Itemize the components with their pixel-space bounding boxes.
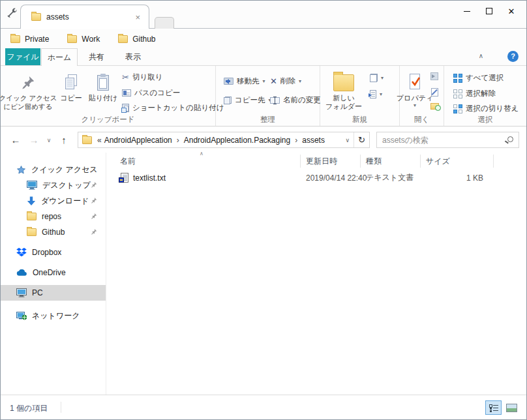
ribbon-tab-view[interactable]: 表示 [115,48,151,65]
history-dropdown-icon[interactable]: ∨ [44,127,54,153]
select-none-label: 選択解除 [466,89,496,98]
tab-label: assets [46,12,133,22]
sidebar-item-onedrive[interactable]: OneDrive [1,265,106,280]
paste-button[interactable]: 貼り付け [87,69,119,102]
sidebar-item-downloads[interactable]: ダウンロード [1,193,106,209]
sidebar-item-desktop[interactable]: デスクトップ [1,177,106,193]
invert-selection-button[interactable]: 選択の切り替え [453,104,519,113]
sidebar-item-network[interactable]: ネットワーク [1,308,106,323]
properties-label: プロパティ [397,94,433,102]
breadcrumb-separator-icon[interactable]: › [173,136,183,145]
folder-icon [118,35,128,43]
up-button[interactable]: ↑ [57,127,71,153]
sidebar-item-label: Dropbox [32,248,61,257]
column-header-size[interactable]: サイズ [421,155,494,168]
move-to-icon [224,78,233,85]
close-button[interactable]: ✕ [500,4,522,18]
column-header-name[interactable]: 名前 ∧ [107,155,301,168]
sidebar-item-label: デスクトップ [42,180,91,191]
details-view-button[interactable] [485,400,502,415]
ribbon-tab-share[interactable]: 共有 [79,48,114,65]
dropdown-icon: ▾ [381,75,384,81]
new-folder-button[interactable]: 新しい フォルダー [324,69,363,111]
ribbon-group-open: プロパティ ▾ 開く [400,66,444,126]
maximize-button[interactable] [478,4,500,18]
select-all-label: すべて選択 [466,73,504,83]
history-button[interactable] [430,103,439,110]
edit-button[interactable] [431,88,438,97]
search-box [376,132,519,148]
ribbon-tab-home[interactable]: ホーム [41,48,78,66]
breadcrumb-segment[interactable]: assets [301,136,326,145]
sidebar-item-quick-access[interactable]: クイック アクセス [1,162,106,177]
breadcrumb-segment[interactable]: AndroidApplecation.Packaging [183,136,292,145]
quick-access-star-icon [16,165,26,175]
folder-icon [27,228,37,236]
pin-quick-access-button[interactable]: クイック アクセス にピン留めする [3,69,53,111]
tab-close-icon[interactable]: × [133,12,142,22]
paste-shortcut-button[interactable]: ショートカットの貼り付け [122,103,224,113]
dropbox-icon [16,248,27,257]
copy-to-icon [224,97,232,104]
file-modified-cell: 2019/04/14 22:40 [301,173,361,183]
file-size-cell: 1 KB [421,173,494,183]
new-item-icon [370,74,378,82]
new-tab-button[interactable] [155,17,174,29]
copy-to-button[interactable]: コピー先 ▾ [224,95,271,105]
file-name: textlist.txt [133,173,166,183]
rename-button[interactable]: 名前の変更 [270,95,321,105]
group-label-clipboard: クリップボード [1,115,215,125]
easy-access-button[interactable]: ▾ [370,90,382,98]
ribbon-group-select: すべて選択 選択解除 選択の切り替え 選択 [444,66,526,126]
paste-shortcut-label: ショートカットの貼り付け [132,103,224,113]
ribbon-tab-file[interactable]: ファイル [5,48,40,65]
file-row-textlist[interactable]: textlist.txt 2019/04/14 22:40 テキスト文書 1 K… [107,171,526,185]
sidebar-item-dropbox[interactable]: Dropbox [1,245,106,260]
explorer-tab-assets[interactable]: assets × [20,5,149,29]
address-bar[interactable]: « AndroidApplecation › AndroidApplecatio… [78,132,370,148]
search-input[interactable] [377,132,519,147]
delete-button[interactable]: ✕ 削除 ▾ [270,76,301,86]
copy-path-button[interactable]: パスのコピー [122,88,180,98]
select-none-button[interactable]: 選択解除 [453,89,496,98]
path-overflow-icon[interactable]: « [96,136,103,145]
new-folder-icon [333,69,354,91]
pin-icon [91,197,97,204]
ribbon-group-clipboard: クイック アクセス にピン留めする コピー [1,66,216,126]
move-to-label: 移動先 [237,76,260,86]
cut-button[interactable]: ✂ 切り取り [122,72,162,82]
delete-label: 削除 [280,76,295,86]
breadcrumb-separator-icon[interactable]: › [292,136,301,145]
properties-button[interactable]: プロパティ ▾ [400,69,429,108]
address-dropdown-icon[interactable]: ∨ [341,137,354,143]
folder-icon [10,35,20,43]
new-item-button[interactable]: ▾ [370,74,384,82]
forward-button[interactable]: → [27,127,41,153]
bookmark-work[interactable]: Work [67,35,100,44]
back-button[interactable]: ← [8,127,23,153]
move-to-button[interactable]: 移動先 ▾ [224,76,265,86]
minimize-button[interactable] [456,4,478,18]
sort-ascending-icon: ∧ [200,151,203,157]
sidebar-item-repos[interactable]: repos [1,209,106,224]
sidebar-item-pc[interactable]: PC [1,285,106,301]
bookmark-github[interactable]: Github [118,35,155,44]
help-icon[interactable]: ? [507,51,519,62]
ribbon-collapse-icon[interactable]: ∧ [479,52,483,59]
select-all-button[interactable]: すべて選択 [453,73,504,83]
column-header-modified[interactable]: 更新日時 [301,155,361,168]
thumbnail-view-button[interactable] [504,400,520,415]
copy-button[interactable]: コピー [57,69,85,102]
maximize-icon [486,8,492,14]
close-icon: ✕ [508,7,515,16]
refresh-button[interactable]: ↻ [354,132,369,147]
sidebar-item-github[interactable]: Github [1,224,106,240]
open-button[interactable] [430,72,438,80]
breadcrumb-segment[interactable]: AndroidApplecation [103,136,173,145]
bookmark-private[interactable]: Private [10,35,49,44]
group-label-select: 選択 [444,115,526,125]
wrench-icon[interactable] [6,7,18,19]
search-icon[interactable] [507,136,513,142]
file-name-cell[interactable]: textlist.txt [107,173,301,183]
column-header-type[interactable]: 種類 [361,155,421,168]
